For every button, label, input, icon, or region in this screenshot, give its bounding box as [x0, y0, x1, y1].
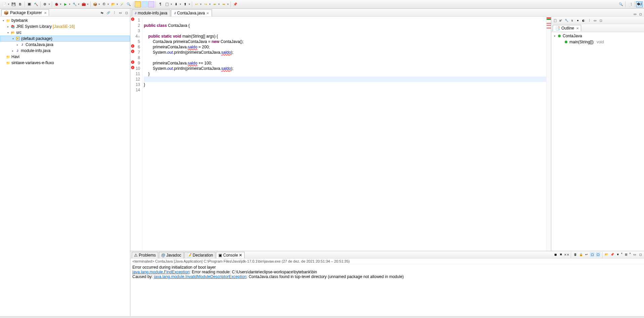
maximize-icon[interactable]: ◻	[638, 12, 643, 16]
new-pkg-button[interactable]: 📦	[92, 1, 98, 7]
minimize-icon[interactable]: ▭	[593, 18, 597, 23]
pilcrow-button[interactable]: ¶	[157, 1, 163, 7]
show-std-out-icon[interactable]: ▢	[590, 252, 595, 257]
tree-file-contajava[interactable]: ▸ J ContaJava.java	[0, 42, 130, 48]
run-button[interactable]: ▶	[62, 1, 69, 7]
open-perspective-button[interactable]: 📑	[627, 1, 633, 7]
open-type-button[interactable]: 📂	[110, 1, 116, 7]
pin-console-icon[interactable]: 📌	[610, 252, 614, 257]
clear-console-icon[interactable]: 🗑	[573, 252, 577, 257]
coverage-dropdown[interactable]: ▼	[78, 3, 80, 5]
overview-error-mark[interactable]	[547, 17, 551, 18]
toggle-button[interactable]: ⚙	[42, 1, 48, 7]
ext-tools-button[interactable]: 🧰	[81, 1, 87, 7]
new-class-dropdown[interactable]: ▼	[107, 3, 110, 5]
show-std-err-icon[interactable]: ▢	[596, 252, 600, 257]
show-char-dropdown[interactable]: ▼	[170, 3, 172, 5]
close-icon[interactable]: ✕	[576, 27, 579, 30]
tree-project[interactable]: ▾ 📁 bytebank	[0, 17, 130, 24]
nav-fwd-yellow[interactable]: ↪	[203, 1, 209, 7]
hide-nonpublic-icon[interactable]: ●	[575, 18, 580, 23]
console-output[interactable]: Error occurred during initialization of …	[130, 264, 644, 316]
close-icon[interactable]: ✕	[206, 11, 209, 15]
hide-local-icon[interactable]: ◐	[581, 18, 586, 23]
new-console-icon[interactable]: ⊞	[624, 252, 629, 257]
word-wrap-icon[interactable]: ↩	[584, 252, 589, 257]
tab-problems[interactable]: ⚠ Problems	[132, 252, 158, 258]
chevron-down-icon[interactable]: ▾	[1, 19, 5, 22]
prev-ann-dropdown[interactable]: ▼	[188, 3, 190, 5]
pin-button[interactable]: 📌	[232, 1, 238, 7]
sort-icon[interactable]: aᶻ	[558, 18, 563, 23]
chevron-right-icon[interactable]: ▸	[15, 43, 19, 46]
global-search-icon[interactable]: 🔍	[618, 1, 624, 7]
error-icon[interactable]: x	[131, 44, 134, 48]
tab-module-info[interactable]: J module-info.java	[132, 9, 170, 16]
link-editor-icon[interactable]: 🔗	[106, 10, 111, 15]
view-menu-icon[interactable]: ⋮	[587, 18, 592, 23]
print-button[interactable]: 🔳	[26, 1, 32, 7]
chevron-down-icon[interactable]: ▾	[553, 35, 557, 38]
tree-project-havi[interactable]: 📁 Havi	[0, 54, 130, 60]
toggle-mark-button[interactable]	[135, 1, 141, 7]
exception-link[interactable]: java.lang.module.InvalidModuleDescriptor…	[154, 274, 246, 279]
error-icon[interactable]: x	[131, 60, 134, 64]
new-console-dropdown[interactable]: ▼	[629, 252, 631, 258]
prev-ann-button[interactable]: ⬆	[182, 1, 188, 7]
overview-mark[interactable]	[547, 19, 551, 20]
debug-button[interactable]: 🐞	[53, 1, 59, 7]
maximize-icon[interactable]: ◻	[638, 252, 643, 257]
tab-console[interactable]: ▣ Console ✕	[216, 252, 245, 258]
error-icon[interactable]: x	[131, 50, 134, 53]
new-class-button[interactable]: ©	[101, 1, 107, 7]
overview-error-mark[interactable]	[547, 28, 551, 29]
minimize-icon[interactable]: ▭	[633, 12, 637, 16]
terminate-icon[interactable]: ◼	[553, 252, 558, 257]
new-dropdown[interactable]: ▼	[7, 3, 10, 5]
nav-back-yellow[interactable]: ↩	[194, 1, 200, 7]
java-perspective-button[interactable]: �J	[636, 1, 643, 7]
tree-src[interactable]: ▾ 📂 src	[0, 30, 130, 36]
hide-fields-icon[interactable]: 🔧	[564, 18, 569, 23]
overview-error-mark[interactable]	[547, 25, 551, 26]
debug-dropdown[interactable]: ▼	[59, 3, 62, 5]
tree-project-sintaxe[interactable]: 📁 sintaxe-variaves-e-fluxo	[0, 60, 130, 66]
exception-link[interactable]: java.lang.module.FindException	[132, 270, 189, 274]
save-all-button[interactable]: 🗎	[17, 1, 23, 7]
tree-default-pkg[interactable]: ▾ (default package)	[0, 36, 130, 42]
overview-error-mark[interactable]	[547, 23, 551, 24]
back-dropdown[interactable]: ▼	[218, 3, 220, 5]
tab-declaration[interactable]: 📝 Declaration	[184, 252, 216, 258]
search-button[interactable]: 🔍	[126, 1, 132, 7]
tree-file-moduleinfo[interactable]: ▸ J module-info.java	[0, 48, 130, 54]
next-ann-button[interactable]: ⬇	[173, 1, 179, 7]
back-button[interactable]: ⬅	[212, 1, 218, 7]
new-pkg-dropdown[interactable]: ▼	[98, 3, 100, 5]
nav-fwd-yellow-dd[interactable]: ▼	[209, 3, 211, 5]
overview-ruler[interactable]	[546, 17, 551, 251]
console-dropdown[interactable]: ▼	[620, 252, 623, 258]
close-icon[interactable]: ✕	[239, 253, 242, 258]
ext-tools-dropdown[interactable]: ▼	[87, 3, 89, 5]
open-type-dropdown[interactable]: ▼	[116, 3, 119, 5]
remove-launch-icon[interactable]: ✖	[559, 252, 563, 257]
tab-contajava[interactable]: J ContaJava.java ✕	[171, 9, 212, 16]
scroll-lock-icon[interactable]: 🔒	[578, 252, 583, 257]
code-editor[interactable]: x1 2 3 4⊖ 5 x6 x7 8 x9 x10 11 12 13 14	[130, 17, 551, 251]
maximize-icon[interactable]: ◻	[598, 18, 603, 23]
chevron-right-icon[interactable]: ▸	[11, 49, 15, 52]
toggle-block-button[interactable]	[141, 1, 147, 7]
fwd-button[interactable]: ➡	[221, 1, 227, 7]
chevron-down-icon[interactable]: ▾	[6, 31, 10, 34]
chevron-right-icon[interactable]: ▸	[6, 25, 10, 28]
remove-all-icon[interactable]: ⨯⨯	[564, 252, 569, 257]
focus-icon[interactable]: 📋	[553, 18, 557, 23]
fwd-dropdown[interactable]: ▼	[227, 3, 229, 5]
package-explorer-tab[interactable]: 📦 Package Explorer ✕	[1, 9, 49, 16]
tab-javadoc[interactable]: @ Javadoc	[159, 252, 184, 258]
outline-class[interactable]: ▾ ContaJava	[551, 33, 644, 39]
run-dropdown[interactable]: ▼	[69, 3, 71, 5]
next-ann-dropdown[interactable]: ▼	[179, 3, 181, 5]
new-button[interactable]: 📄	[1, 1, 7, 7]
outline-tab[interactable]: 📑 Outline ✕	[553, 25, 581, 31]
